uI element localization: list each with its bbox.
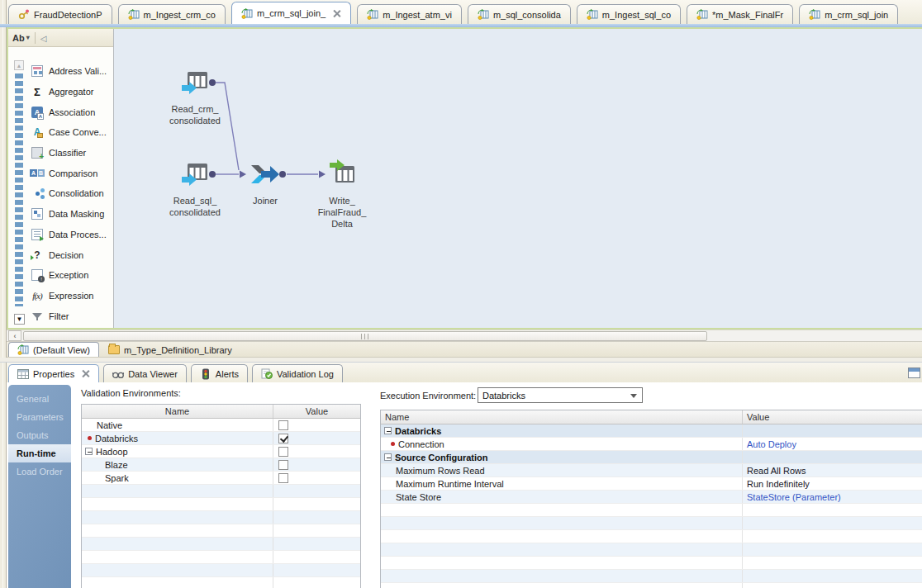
side-tab-parameters[interactable]: Parameters <box>8 408 71 426</box>
collapse-palette-icon[interactable] <box>40 33 47 43</box>
column-header-name[interactable]: Name <box>381 410 742 424</box>
tab-m-crm-sql-join[interactable]: m_crm_sql_join <box>799 4 898 24</box>
tab-m-mask-finalfr[interactable]: *m_Mask_FinalFr <box>687 4 793 24</box>
empty-row <box>82 551 360 564</box>
tab-label: m_crm_sql_join_ <box>257 8 326 18</box>
palette-item-decision[interactable]: Decision <box>31 244 112 265</box>
scrollbar-thumb[interactable] <box>23 331 707 341</box>
property-value[interactable]: Auto Deploy <box>747 439 796 449</box>
palette-item-data-processor[interactable]: Data Proces... <box>31 225 112 245</box>
collapse-expander-icon[interactable] <box>384 453 392 461</box>
column-header-value[interactable]: Value <box>742 410 922 424</box>
property-row-maximum-runtime-interval[interactable]: Maximum Runtime Interval Run Indefinitel… <box>381 477 922 491</box>
tab-m-ingest-atm-vi[interactable]: m_Ingest_atm_vi <box>357 4 462 24</box>
side-tab-load-order[interactable]: Load Order <box>8 462 71 481</box>
view-tab-default-view[interactable]: (Default View) <box>8 342 99 357</box>
property-row-state-store[interactable]: State Store StateStore (Parameter) <box>381 491 922 504</box>
close-icon[interactable] <box>81 369 90 378</box>
node-label-read-sql: Read_sql_ consolidated <box>169 195 221 218</box>
maximize-panel-icon[interactable] <box>908 368 920 378</box>
palette-item-case-converter[interactable]: Case Conve... <box>31 122 112 143</box>
palette-item-association[interactable]: Association <box>31 102 112 122</box>
validation-row-blaze[interactable]: Blaze <box>82 458 360 472</box>
data-processor-icon <box>31 229 43 240</box>
property-value[interactable]: StateStore (Parameter) <box>747 492 841 502</box>
palette-scrollbar[interactable] <box>14 60 24 333</box>
execution-environment-select[interactable]: Databricks <box>478 387 643 403</box>
validation-log-icon <box>261 368 273 379</box>
execution-environment-label: Execution Environment: <box>380 391 476 401</box>
side-tab-outputs[interactable]: Outputs <box>8 426 71 444</box>
tab-validation-log[interactable]: Validation Log <box>252 364 343 382</box>
tab-m-ingest-crm-co[interactable]: m_Ingest_crm_co <box>118 4 226 24</box>
palette-item-comparison[interactable]: Comparison <box>31 163 112 183</box>
node-write-finalfraud-delta[interactable] <box>330 159 354 185</box>
read-source-icon <box>182 72 208 94</box>
native-checkbox[interactable] <box>278 420 288 430</box>
palette-item-expression[interactable]: Expression <box>31 286 112 306</box>
node-read-crm-consolidated[interactable] <box>182 72 208 96</box>
font-style-button[interactable]: Ab <box>12 33 30 43</box>
tab-data-viewer[interactable]: Data Viewer <box>103 364 187 382</box>
palette-body: Address Vali... Aggregator Association C… <box>8 47 113 328</box>
view-tab-type-definition-library[interactable]: m_Type_Definition_Library <box>99 342 241 357</box>
palette-item-label: Exception <box>49 270 88 280</box>
mapping-icon <box>809 9 820 20</box>
side-tab-run-time[interactable]: Run-time <box>8 444 71 462</box>
validation-row-native[interactable]: Native <box>82 419 360 432</box>
close-icon[interactable] <box>332 9 341 18</box>
validation-row-hadoop[interactable]: Hadoop <box>82 445 360 458</box>
address-validator-icon <box>31 65 43 77</box>
tab-properties[interactable]: Properties <box>8 364 99 382</box>
databricks-checkbox[interactable] <box>278 434 288 443</box>
column-header-value[interactable]: Value <box>273 405 360 418</box>
collapse-expander-icon[interactable] <box>85 448 93 455</box>
validation-row-databricks[interactable]: Databricks <box>82 432 360 445</box>
palette-item-exception[interactable]: Exception <box>31 265 112 286</box>
palette-item-aggregator[interactable]: Aggregator <box>31 82 112 102</box>
tab-m-sql-consolida[interactable]: m_sql_consolida <box>468 4 571 24</box>
property-value[interactable]: Run Indefinitely <box>747 479 810 489</box>
data-masking-icon <box>31 208 43 220</box>
property-row-maximum-rows-read[interactable]: Maximum Rows Read Read All Rows <box>381 464 922 477</box>
exception-icon <box>31 269 43 281</box>
property-value[interactable]: Read All Rows <box>747 466 806 476</box>
palette-item-label: Filter <box>49 311 69 321</box>
validation-row-spark[interactable]: Spark <box>82 472 360 485</box>
font-style-label: Ab <box>12 33 25 43</box>
spark-checkbox[interactable] <box>278 473 288 483</box>
blaze-checkbox[interactable] <box>278 460 288 470</box>
classifier-icon <box>31 147 43 159</box>
canvas-horizontal-scrollbar[interactable] <box>7 330 922 342</box>
connector-layer <box>114 29 921 328</box>
group-row-databricks[interactable]: Databricks <box>381 424 922 438</box>
palette-scroll-track[interactable] <box>15 74 23 306</box>
folder-icon <box>108 345 120 354</box>
palette-item-consolidation[interactable]: Consolidation <box>31 183 112 204</box>
palette-item-address-validator[interactable]: Address Vali... <box>31 61 112 82</box>
runtime-properties-table: Name Value Databricks Connection Auto De… <box>380 410 922 588</box>
palette-item-filter[interactable]: Filter <box>31 306 112 326</box>
hadoop-checkbox[interactable] <box>278 447 288 457</box>
empty-row <box>381 504 922 517</box>
tab-alerts[interactable]: Alerts <box>191 364 248 382</box>
required-indicator <box>88 436 92 440</box>
tab-label: FraudDetectionP <box>34 10 102 20</box>
tab-m-ingest-sql-co[interactable]: m_Ingest_sql_co <box>577 4 681 24</box>
alerts-icon <box>200 368 211 379</box>
node-joiner[interactable] <box>250 164 280 187</box>
collapse-expander-icon[interactable] <box>384 427 392 434</box>
group-row-source-configuration[interactable]: Source Configuration <box>381 451 922 464</box>
tab-frauddetectionp[interactable]: FraudDetectionP <box>8 4 112 24</box>
column-header-name[interactable]: Name <box>82 405 273 418</box>
node-read-sql-consolidated[interactable] <box>182 164 208 187</box>
mapping-canvas[interactable]: Read_crm_ consolidated Read_sql_ consoli… <box>114 29 922 328</box>
palette-item-classifier[interactable]: Classifier <box>31 143 112 164</box>
palette-item-data-masking[interactable]: Data Masking <box>31 204 112 225</box>
scroll-down-icon[interactable] <box>14 314 25 325</box>
scroll-up-icon[interactable] <box>14 60 24 70</box>
property-row-connection[interactable]: Connection Auto Deploy <box>381 438 922 451</box>
tab-m-crm-sql-join-active[interactable]: m_crm_sql_join_ <box>231 2 351 24</box>
side-tab-general[interactable]: General <box>8 390 71 408</box>
scroll-left-icon[interactable] <box>8 330 21 341</box>
